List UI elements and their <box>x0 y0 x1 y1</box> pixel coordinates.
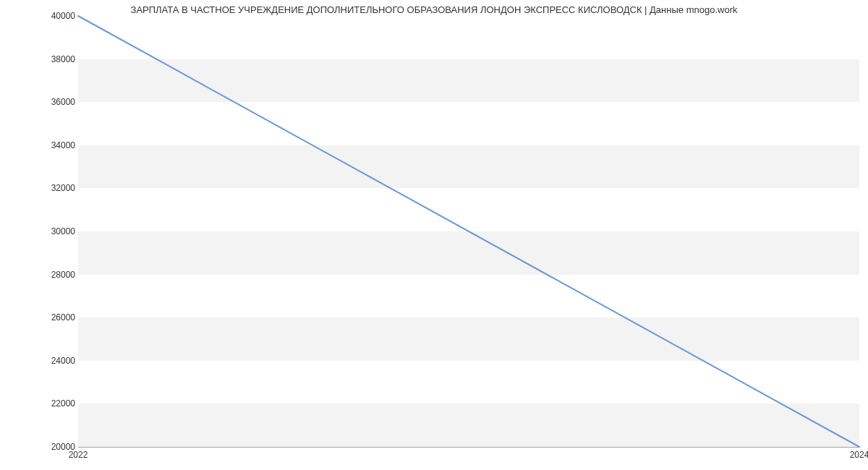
y-axis-tick: 30000 <box>17 226 75 236</box>
series-line <box>78 16 859 447</box>
x-axis-tick: 2024 <box>850 450 868 460</box>
line-layer <box>78 16 859 447</box>
x-axis-tick: 2022 <box>69 450 88 460</box>
chart-container: ЗАРПЛАТА В ЧАСТНОЕ УЧРЕЖДЕНИЕ ДОПОЛНИТЕЛ… <box>0 0 868 470</box>
y-axis-tick: 34000 <box>17 140 75 150</box>
y-axis-tick: 36000 <box>17 97 75 107</box>
y-axis-tick: 24000 <box>17 356 75 366</box>
y-axis-tick: 38000 <box>17 54 75 64</box>
y-axis-tick: 40000 <box>17 11 75 21</box>
y-axis-tick: 22000 <box>17 398 75 409</box>
plot-area <box>78 16 859 448</box>
chart-title: ЗАРПЛАТА В ЧАСТНОЕ УЧРЕЖДЕНИЕ ДОПОЛНИТЕЛ… <box>0 4 868 15</box>
y-axis-tick: 32000 <box>17 183 75 193</box>
y-axis-tick: 26000 <box>17 312 75 322</box>
y-axis-tick: 20000 <box>17 442 75 452</box>
y-axis-tick: 28000 <box>17 270 75 280</box>
